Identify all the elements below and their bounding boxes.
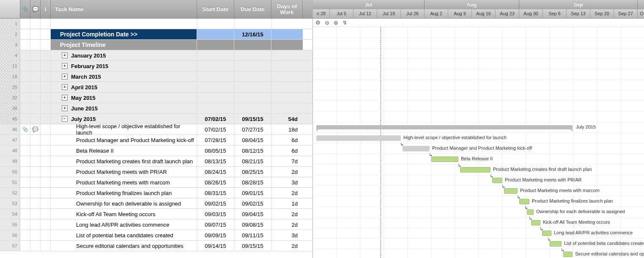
month-group[interactable]: +February 2015 bbox=[51, 61, 197, 71]
task-name-cell[interactable]: Long lead AR/PR activities commence bbox=[51, 220, 197, 230]
task-name-cell[interactable]: Product Manager and Product Marketing ki… bbox=[51, 135, 197, 145]
info-cell[interactable] bbox=[41, 124, 51, 134]
attachment-cell[interactable] bbox=[20, 71, 30, 82]
start-date-cell[interactable]: 08/31/15 bbox=[197, 188, 234, 198]
gantt-row[interactable]: ↳Beta Release II bbox=[313, 154, 644, 165]
attachment-header-icon[interactable]: 📎 bbox=[20, 0, 30, 18]
attachment-cell[interactable] bbox=[20, 114, 30, 124]
attachment-cell[interactable] bbox=[20, 230, 30, 240]
dependency-icon[interactable]: ↯ bbox=[343, 19, 347, 26]
gantt-task-bar[interactable] bbox=[527, 209, 534, 215]
start-date-cell[interactable]: 07/02/15 bbox=[197, 124, 234, 134]
row-number[interactable]: 25 bbox=[0, 82, 20, 92]
task-name-cell[interactable]: Ownership for each deliverable is assign… bbox=[51, 198, 197, 209]
info-cell[interactable] bbox=[41, 167, 51, 177]
comment-cell[interactable] bbox=[30, 103, 41, 113]
gantt-row[interactable]: ↳Ownership for each deliverable is assig… bbox=[313, 207, 644, 217]
zoom-in-icon[interactable]: ⊕ bbox=[334, 19, 338, 26]
attachment-cell[interactable] bbox=[20, 177, 30, 187]
gantt-chart[interactable]: July 2015High-level scope / objective es… bbox=[313, 27, 644, 258]
start-date-cell[interactable]: 08/24/15 bbox=[197, 167, 234, 177]
row-number[interactable]: 53 bbox=[0, 198, 20, 209]
start-date-cell[interactable]: 08/05/15 bbox=[197, 145, 234, 156]
start-date-cell[interactable]: 09/03/15 bbox=[197, 209, 234, 219]
days-cell[interactable]: 2d bbox=[271, 167, 303, 177]
gantt-summary-bar[interactable] bbox=[316, 125, 573, 129]
attachment-cell[interactable] bbox=[20, 135, 30, 145]
info-cell[interactable] bbox=[41, 82, 51, 92]
info-cell[interactable] bbox=[41, 209, 51, 219]
attachment-cell[interactable]: 📎 bbox=[20, 124, 30, 134]
task-name-cell[interactable]: Secure editorial calendars and opportuni… bbox=[51, 241, 197, 251]
row-number[interactable]: 4 bbox=[0, 50, 20, 60]
info-cell[interactable] bbox=[41, 50, 51, 60]
col-start-date[interactable]: Start Date bbox=[197, 0, 234, 18]
comment-cell[interactable] bbox=[30, 209, 41, 219]
month-group[interactable]: +June 2015 bbox=[51, 103, 197, 113]
attachment-cell[interactable] bbox=[20, 188, 30, 198]
start-date-cell[interactable]: 09/07/15 bbox=[197, 220, 234, 230]
attachment-cell[interactable] bbox=[20, 209, 30, 219]
row-number[interactable]: 38 bbox=[0, 103, 20, 113]
row-number[interactable]: 48 bbox=[0, 145, 20, 156]
row-number[interactable]: 45 bbox=[0, 114, 20, 124]
gantt-row[interactable]: ↳Product Manager and Product Marketing k… bbox=[313, 143, 644, 154]
gantt-row[interactable]: July 2015 bbox=[313, 122, 644, 133]
comment-cell[interactable] bbox=[30, 220, 41, 230]
task-name-cell[interactable]: List of potential beta candidates create… bbox=[51, 230, 197, 240]
row-number[interactable]: 50 bbox=[0, 167, 20, 177]
month-group[interactable]: +May 2015 bbox=[51, 93, 197, 103]
info-cell[interactable] bbox=[41, 145, 51, 156]
gantt-row[interactable] bbox=[313, 69, 644, 80]
gantt-row[interactable] bbox=[313, 91, 644, 101]
comment-cell[interactable] bbox=[30, 135, 41, 145]
gantt-row[interactable]: ↳Product Marketing meets with marcom bbox=[313, 186, 644, 196]
due-date-cell[interactable]: 08/12/15 bbox=[234, 145, 271, 156]
row-number[interactable]: 18 bbox=[0, 71, 20, 82]
days-cell[interactable]: 6d bbox=[271, 135, 303, 145]
days-cell[interactable]: 1d bbox=[271, 198, 303, 209]
attachment-cell[interactable] bbox=[20, 29, 30, 39]
gantt-row[interactable] bbox=[313, 80, 644, 91]
comment-cell[interactable] bbox=[30, 114, 41, 124]
month-group[interactable]: +April 2015 bbox=[51, 82, 197, 92]
attachment-cell[interactable] bbox=[20, 82, 30, 92]
gantt-row[interactable]: ↳Product Marketing finalizes launch plan bbox=[313, 196, 644, 207]
gantt-row[interactable]: ↳Long lead AR/PR activities commence bbox=[313, 228, 644, 239]
attachment-cell[interactable] bbox=[20, 103, 30, 113]
gantt-row[interactable]: ↳Product Marketing meets with PR/AR bbox=[313, 175, 644, 186]
comment-cell[interactable] bbox=[30, 50, 41, 60]
row-number[interactable]: 32 bbox=[0, 93, 20, 103]
due-date-cell[interactable]: 09/01/15 bbox=[234, 188, 271, 198]
col-task-name[interactable]: Task Name bbox=[51, 0, 197, 18]
due-date-cell[interactable]: 09/11/15 bbox=[234, 230, 271, 240]
days-cell[interactable]: 54d bbox=[271, 114, 303, 124]
start-date-cell[interactable]: 09/14/15 bbox=[197, 241, 234, 251]
gantt-row[interactable]: High-level scope / objective established… bbox=[313, 133, 644, 143]
due-date-cell[interactable]: 08/28/15 bbox=[234, 177, 271, 187]
month-group[interactable]: +March 2015 bbox=[51, 71, 197, 82]
comment-cell[interactable] bbox=[30, 71, 41, 82]
start-date-cell[interactable]: 07/28/15 bbox=[197, 135, 234, 145]
expand-toggle-icon[interactable]: + bbox=[62, 63, 68, 69]
start-date-cell[interactable]: 09/02/15 bbox=[197, 198, 234, 209]
info-cell[interactable] bbox=[41, 40, 51, 50]
gantt-row[interactable] bbox=[313, 38, 644, 48]
days-cell[interactable]: 3d bbox=[271, 177, 303, 187]
attachment-cell[interactable] bbox=[20, 93, 30, 103]
gantt-task-bar[interactable] bbox=[542, 231, 551, 236]
row-number[interactable]: 1 bbox=[0, 19, 20, 29]
days-cell[interactable]: 3d bbox=[271, 230, 303, 240]
days-cell[interactable]: 6d bbox=[271, 145, 303, 156]
task-name-cell[interactable]: Product Marketing meets with marcom bbox=[51, 177, 197, 187]
gantt-task-bar[interactable] bbox=[492, 178, 502, 183]
gantt-row[interactable]: ↳List of potential beta candidates creat… bbox=[313, 239, 644, 249]
month-group[interactable]: +January 2015 bbox=[51, 50, 197, 60]
gantt-row[interactable]: ↳Kick-off All Team Meeting occurs bbox=[313, 217, 644, 228]
attachment-cell[interactable] bbox=[20, 167, 30, 177]
attachment-cell[interactable] bbox=[20, 145, 30, 156]
info-cell[interactable] bbox=[41, 230, 51, 240]
col-days-of-work[interactable]: Days of Work bbox=[271, 0, 303, 18]
start-date-cell[interactable]: 09/09/15 bbox=[197, 230, 234, 240]
comment-cell[interactable] bbox=[30, 241, 41, 251]
